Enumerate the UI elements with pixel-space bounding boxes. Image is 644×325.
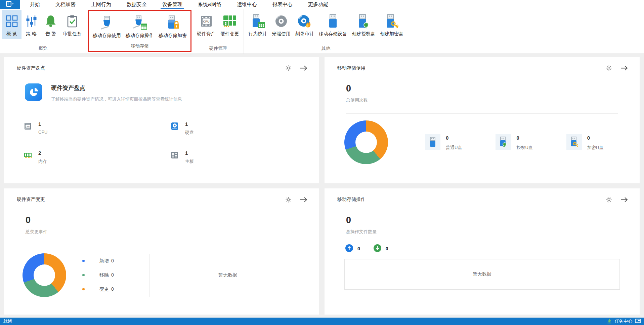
ribbon-group-label: 移动存储 <box>90 43 189 51</box>
stat-label: 普通U盘 <box>446 145 462 151</box>
ribbon-button-burn-audit[interactable]: 刻录审计 <box>293 10 316 39</box>
menu-item-more-features[interactable]: 更多功能 <box>308 0 328 9</box>
ribbon-button-create-encrypted-disk[interactable]: 创建加密盘 <box>378 10 406 39</box>
ribbon-button-alert[interactable]: 告 警 <box>41 10 60 39</box>
card-hardware-change: 硬件资产变更 0 总变更事件 <box>4 188 319 315</box>
task-center-label: 任务中心 <box>615 318 632 324</box>
ribbon-button-disc-usage[interactable]: 光驱使用 <box>269 10 293 39</box>
goto-arrow-icon[interactable] <box>300 197 308 203</box>
legend-dot <box>82 260 85 262</box>
total-value: 0 <box>346 215 640 225</box>
change-donut-chart <box>23 253 66 297</box>
stat-value: 0 <box>516 135 532 141</box>
upload-count: 0 <box>357 246 360 251</box>
ribbon-button-label: 硬件资产 <box>197 31 216 37</box>
legend-dot <box>82 274 85 276</box>
stat-value: 1 <box>185 150 194 156</box>
menu-item-doc-encryption[interactable]: 文档加密 <box>55 0 76 9</box>
menu-bar: 开始 文档加密 上网行为 数据安全 设备管理 系统&网络 运维中心 报表中心 更… <box>0 0 644 9</box>
stat-value: 0 <box>587 135 603 141</box>
ribbon-button-label: 移动存储设备 <box>319 31 347 37</box>
legend-value: 0 <box>111 272 114 278</box>
card-hardware-inventory: 硬件资产盘点 硬件资产盘点 了解终端当前硬件资产情况，可进入详情页面按品牌等查看 <box>4 57 319 183</box>
policy-sliders-icon <box>25 12 38 30</box>
goto-arrow-icon[interactable] <box>620 197 628 203</box>
legend-label: 变更 <box>99 286 109 292</box>
usb-badge-icon <box>356 12 371 30</box>
ribbon-group-label: 其他 <box>246 45 406 53</box>
stat-value: 0 <box>446 135 462 141</box>
settings-gear-icon[interactable] <box>285 65 292 71</box>
ribbon-button-create-authorized-disk[interactable]: 创建授权盘 <box>349 10 378 39</box>
settings-gear-icon[interactable] <box>606 65 612 71</box>
usb-authorized-icon <box>496 134 511 150</box>
pie-chart-icon <box>25 83 42 101</box>
memory-icon <box>24 151 32 161</box>
usage-total: 0 总使用次数 <box>346 83 640 103</box>
download-count: 0 <box>386 246 388 251</box>
menu-item-system-network[interactable]: 系统&网络 <box>198 0 221 9</box>
ribbon-button-approval-tasks[interactable]: 审批任务 <box>60 10 84 39</box>
ribbon-button-behavior-stats[interactable]: 行为统计 <box>246 10 269 39</box>
settings-gear-icon[interactable] <box>285 196 292 203</box>
ribbon-button-overview[interactable]: 概 览 <box>2 10 22 39</box>
usage-chart-row: 0 普通U盘 0 授权U盘 <box>344 120 626 164</box>
card-title: 移动存储使用 <box>337 65 366 71</box>
legend-item-added: 新增0 <box>82 258 114 264</box>
ribbon-button-hardware-asset[interactable]: CPU 硬件资产 <box>195 10 218 39</box>
card-storage-operation: 移动存储操作 0 总操作文件数量 0 <box>325 188 640 315</box>
menu-item-report-center[interactable]: 报表中心 <box>272 0 293 9</box>
ribbon-button-label: 移动存储加密 <box>159 33 187 39</box>
stat-label: 加密U盘 <box>587 145 603 151</box>
total-label: 总变更事件 <box>26 229 319 235</box>
legend-item-changed: 变更0 <box>82 286 114 292</box>
ribbon-button-storage-usage[interactable]: 移动存储使用 <box>90 12 123 41</box>
stat-label: 硬盘 <box>185 130 194 136</box>
menu-item-device-management[interactable]: 设备管理 <box>162 0 182 9</box>
ribbon-button-hardware-change[interactable]: 硬件变更 <box>218 10 242 39</box>
alert-bell-icon <box>44 12 57 30</box>
ribbon-button-label: 光驱使用 <box>272 31 291 37</box>
ribbon-button-storage-encryption[interactable]: 移动存储加密 <box>156 12 189 41</box>
status-ready-text: 就绪 <box>3 318 12 324</box>
stat-authorized-usb: 0 授权U盘 <box>496 134 532 151</box>
divider <box>346 113 618 114</box>
ribbon-group-overview: 概 览 策 略 告 警 <box>0 9 86 53</box>
card-title: 移动存储操作 <box>337 196 366 203</box>
usb-plain-icon <box>425 134 440 150</box>
download-circle-icon <box>374 244 381 253</box>
menu-item-ops-center[interactable]: 运维中心 <box>237 0 257 9</box>
ribbon-button-storage-devices[interactable]: 移动存储设备 <box>316 10 349 39</box>
ribbon-button-storage-operation[interactable]: 移动存储操作 <box>123 12 156 41</box>
ribbon-toolbar: 概 览 策 略 告 警 <box>0 9 644 54</box>
operation-counters: 0 0 <box>345 244 640 253</box>
feature-intro: 硬件资产盘点 了解终端当前硬件资产情况，可进入详情页面按品牌等查看统计信息 <box>25 83 319 102</box>
app-menu-button[interactable] <box>0 0 20 9</box>
menu-item-data-security[interactable]: 数据安全 <box>127 0 147 9</box>
change-chart-row: 新增0 移除0 变更0 暂无数据 <box>23 253 306 297</box>
usb-table-icon <box>250 12 265 30</box>
usb-plug-icon <box>99 14 115 32</box>
ribbon-button-policy[interactable]: 策 略 <box>22 10 41 39</box>
settings-gear-icon[interactable] <box>606 196 612 203</box>
feature-description: 了解终端当前硬件资产情况，可进入详情页面按品牌等查看统计信息 <box>51 96 182 102</box>
menu-item-web-behavior[interactable]: 上网行为 <box>91 0 111 9</box>
usage-donut-chart <box>344 120 388 164</box>
ribbon-button-label: 刻录审计 <box>295 31 314 37</box>
stat-label: 主板 <box>185 158 194 165</box>
card-storage-usage: 移动存储使用 0 总使用次数 <box>325 57 640 183</box>
goto-arrow-icon[interactable] <box>300 65 308 71</box>
divider <box>26 245 298 245</box>
approval-clipboard-icon <box>66 12 79 30</box>
task-center-button[interactable]: 任务中心 <box>607 318 641 325</box>
usage-stats: 0 普通U盘 0 授权U盘 <box>425 134 603 151</box>
task-window-icon[interactable] <box>635 319 641 324</box>
feature-title: 硬件资产盘点 <box>51 84 182 92</box>
card-title: 硬件资产变更 <box>17 196 45 203</box>
usb-encrypted-icon <box>566 134 582 150</box>
ribbon-group-label: 概览 <box>2 45 84 53</box>
goto-arrow-icon[interactable] <box>620 65 628 71</box>
svg-text:CPU: CPU <box>203 20 209 23</box>
menu-item-start[interactable]: 开始 <box>30 0 40 9</box>
total-value: 0 <box>346 83 640 94</box>
